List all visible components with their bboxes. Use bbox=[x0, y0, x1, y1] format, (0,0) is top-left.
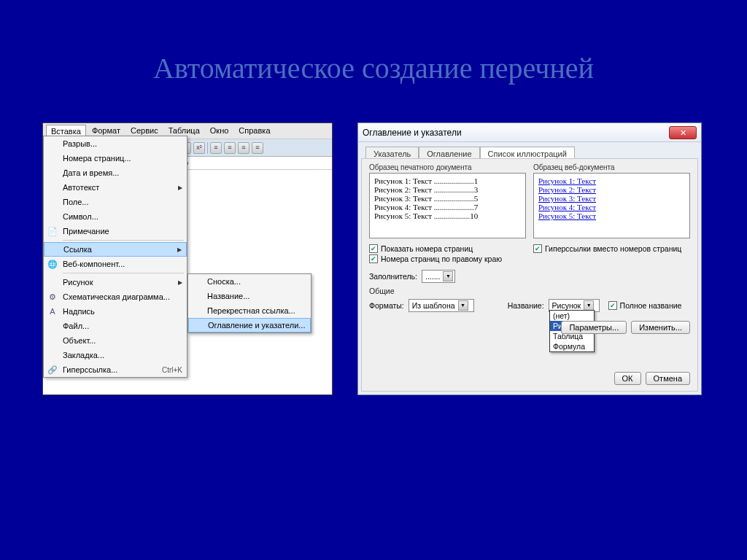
dialog-titlebar: Оглавление и указатели ✕ bbox=[358, 123, 701, 142]
checkbox-icon: ✔ bbox=[369, 244, 378, 253]
chevron-right-icon: ▶ bbox=[177, 246, 182, 253]
dialog-title: Оглавление и указатели bbox=[363, 128, 462, 138]
menu-item-symbol[interactable]: Символ... bbox=[44, 209, 187, 224]
chk-hyperlinks[interactable]: ✔Гиперссылки вместо номеров страниц bbox=[533, 244, 690, 253]
print-preview-label: Образец печатного документа bbox=[369, 163, 526, 171]
caption-option-formula[interactable]: Формула bbox=[550, 341, 594, 351]
toolbar-icon[interactable]: ≡ bbox=[224, 142, 236, 154]
chk-right-align[interactable]: ✔Номера страниц по правому краю bbox=[369, 254, 526, 263]
modify-button[interactable]: Изменить... bbox=[631, 321, 690, 334]
globe-icon: 🌐 bbox=[47, 258, 58, 270]
menu-item-bookmark[interactable]: Закладка... bbox=[44, 348, 187, 362]
submenu-item-crossref[interactable]: Перекрестная ссылка... bbox=[188, 303, 311, 318]
chevron-down-icon: ▼ bbox=[584, 300, 594, 311]
menu-item-file[interactable]: Файл... bbox=[44, 319, 187, 333]
link-icon: 🔗 bbox=[47, 364, 58, 376]
chevron-right-icon: ▶ bbox=[178, 184, 182, 191]
menu-item-diagram[interactable]: ⚙Схематическая диаграмма... bbox=[44, 289, 187, 304]
formats-combo[interactable]: Из шаблона▼ bbox=[409, 299, 474, 312]
close-button[interactable]: ✕ bbox=[669, 126, 697, 139]
comment-icon: 📄 bbox=[47, 225, 58, 237]
chevron-right-icon: ▶ bbox=[178, 279, 182, 286]
submenu-item-caption[interactable]: Название... bbox=[188, 289, 311, 303]
diagram-icon: ⚙ bbox=[47, 291, 58, 303]
toolbar-icon[interactable]: ≡ bbox=[210, 142, 222, 154]
toolbar-icon[interactable]: x² bbox=[193, 142, 205, 154]
menu-item-field[interactable]: Поле... bbox=[44, 195, 187, 209]
web-preview: Рисунок 1: Текст Рисунок 2: Текст Рисуно… bbox=[533, 173, 690, 238]
print-preview: Рисунок 1: Текст ....................1 Р… bbox=[369, 173, 526, 238]
menu-item-hyperlink[interactable]: 🔗Гиперссылка...Ctrl+K bbox=[44, 362, 187, 377]
shortcut-label: Ctrl+K bbox=[162, 366, 182, 374]
caption-label: Название: bbox=[508, 301, 544, 310]
menu-item-datetime[interactable]: Дата и время... bbox=[44, 166, 187, 180]
menu-item-autotext[interactable]: Автотекст▶ bbox=[44, 180, 187, 195]
chevron-down-icon: ▼ bbox=[458, 300, 468, 311]
toc-dialog: Оглавление и указатели ✕ Указатель Оглав… bbox=[357, 122, 702, 395]
toolbar-icon[interactable]: ≡ bbox=[252, 142, 263, 154]
submenu-item-toc[interactable]: Оглавление и указатели... bbox=[188, 318, 311, 332]
web-preview-label: Образец веб-документа bbox=[533, 163, 690, 171]
menubar-item-help[interactable]: Справка bbox=[234, 125, 274, 137]
reference-submenu: Сноска... Название... Перекрестная ссылк… bbox=[187, 273, 311, 333]
menubar-item-window[interactable]: Окно bbox=[206, 125, 233, 137]
checkbox-icon: ✔ bbox=[369, 254, 378, 263]
menu-item-comment[interactable]: 📄Примечание bbox=[44, 224, 187, 238]
group-common: Общие bbox=[362, 285, 697, 297]
menu-item-webcomponent[interactable]: 🌐Веб-компонент... bbox=[44, 257, 187, 271]
leader-label: Заполнитель: bbox=[369, 272, 417, 281]
checkbox-icon: ✔ bbox=[533, 244, 542, 253]
cancel-button[interactable]: Отмена bbox=[646, 372, 690, 385]
params-button[interactable]: Параметры... bbox=[561, 321, 627, 334]
menu-item-break[interactable]: Разрыв... bbox=[44, 136, 187, 151]
insert-menu: Разрыв... Номера страниц... Дата и время… bbox=[43, 136, 187, 378]
caption-option-none[interactable]: (нет) bbox=[550, 311, 594, 321]
checkbox-icon: ✔ bbox=[608, 301, 617, 310]
textbox-icon: A bbox=[47, 306, 58, 317]
menu-item-reference[interactable]: Ссылка▶ bbox=[44, 242, 187, 257]
toolbar-icon[interactable]: ≡ bbox=[238, 142, 249, 154]
slide-title: Автоматическое создание перечней bbox=[0, 51, 747, 85]
menu-item-object[interactable]: Объект... bbox=[44, 333, 187, 348]
leader-combo[interactable]: .......▼ bbox=[422, 270, 455, 283]
menu-item-page-numbers[interactable]: Номера страниц... bbox=[44, 151, 187, 166]
word-menu-screenshot: Вставка Формат Сервис Таблица Окно Справ… bbox=[42, 122, 333, 395]
ok-button[interactable]: ОК bbox=[614, 372, 641, 385]
formats-label: Форматы: bbox=[369, 301, 404, 310]
chk-fullname[interactable]: ✔Полное название bbox=[608, 301, 682, 310]
menu-item-picture[interactable]: Рисунок▶ bbox=[44, 275, 187, 289]
menu-item-textbox[interactable]: AНадпись bbox=[44, 304, 187, 319]
chk-show-pages[interactable]: ✔Показать номера страниц bbox=[369, 244, 526, 253]
submenu-item-footnote[interactable]: Сноска... bbox=[188, 274, 311, 289]
chevron-down-icon: ▼ bbox=[443, 271, 453, 281]
